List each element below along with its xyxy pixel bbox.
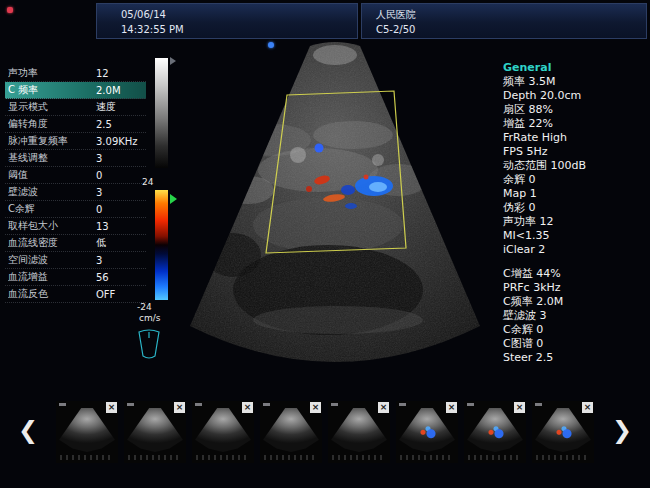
thumbnail-close-icon[interactable]: × [242,402,253,413]
header-time: 14:32:55 PM [121,22,347,37]
param-row-threshold[interactable]: 阈值 0 [5,167,146,184]
info-depth: Depth 20.0cm [503,89,649,103]
param-label: 血流反色 [8,287,96,301]
thumbnail-image [534,408,592,452]
param-row-flow-invert[interactable]: 血流反色 OFF [5,286,146,303]
info-frequency: 频率 3.5M [503,75,649,89]
info-steer: Steer 2.5 [503,351,649,365]
param-row-flow-gain[interactable]: 血流增益 56 [5,269,146,286]
info-c-persistence: C余辉 0 [503,323,649,337]
param-value: 3 [96,255,143,266]
grayscale-map-bar [155,58,168,168]
param-row-line-density[interactable]: 血流线密度 低 [5,235,146,252]
thumbnail-close-icon[interactable]: × [582,402,593,413]
param-row-baseline[interactable]: 基线调整 3 [5,150,146,167]
velocity-scale-max: 24 [142,177,153,187]
thumbnail-6[interactable]: × [396,401,458,463]
thumbnail-8[interactable]: × [532,401,594,463]
thumbnail-image [194,408,252,452]
info-c-map: C图谱 0 [503,337,649,351]
param-label: 壁滤波 [8,185,96,199]
param-label: 取样包大小 [8,219,96,233]
param-value: 13 [96,221,143,232]
thumbnail-image [58,408,116,452]
param-label: C 频率 [8,83,96,97]
thumbnail-image [262,408,320,452]
info-persistence: 余辉 0 [503,173,649,187]
info-acoustic-power: 声功率 12 [503,215,649,229]
param-row-display-mode[interactable]: 显示模式 速度 [5,99,146,116]
thumbnail-close-icon[interactable]: × [446,402,457,413]
info-c-gain: C增益 44% [503,267,649,281]
param-row-spatial-filter[interactable]: 空间滤波 3 [5,252,146,269]
param-label: 阈值 [8,168,96,182]
param-value: 0 [96,170,143,181]
doppler-color-map-bar [155,190,168,300]
info-framerate: FrRate High [503,131,649,145]
param-value: 0 [96,204,143,215]
param-label: 偏转角度 [8,117,96,131]
info-dynamic-range: 动态范围 100dB [503,159,649,173]
hospital-name: 人民医院 [376,7,636,22]
param-label: 脉冲重复频率 [8,134,96,148]
info-c-frequency: C频率 2.0M [503,295,649,309]
param-value: 56 [96,272,143,283]
param-row-steer-angle[interactable]: 偏转角度 2.5 [5,116,146,133]
param-value: 3 [96,187,143,198]
param-row-c-frequency[interactable]: C 频率 2.0M [5,82,146,99]
param-value: 低 [96,236,143,250]
param-row-c-persistence[interactable]: C余辉 0 [5,201,146,218]
velocity-scale-unit: cm/s [139,313,160,323]
param-value: 3 [96,153,143,164]
param-label: 空间滤波 [8,253,96,267]
thumbnail-2[interactable]: × [124,401,186,463]
param-value: 12 [96,68,143,79]
header-date: 05/06/14 [121,7,347,22]
thumbnail-close-icon[interactable]: × [106,402,117,413]
param-value: 2.5 [96,119,143,130]
thumbnail-image [398,408,456,452]
body-mark-icon [134,328,164,364]
info-gain: 增益 22% [503,117,649,131]
info-pseudocolor: 伪彩 0 [503,201,649,215]
info-mi: MI<1.35 [503,229,649,243]
param-value: 3.09KHz [96,136,143,147]
thumbnail-close-icon[interactable]: × [310,402,321,413]
focus-marker-arrow-icon [170,194,177,204]
thumbnail-5[interactable]: × [328,401,390,463]
velocity-scale-min: -24 [137,302,152,312]
thumbnail-image [330,408,388,452]
ultrasound-image-area[interactable] [178,40,493,396]
header-bar: 05/06/14 14:32:55 PM 人民医院 C5-2/50 [96,3,647,39]
thumbnail-3[interactable]: × [192,401,254,463]
info-iclear: iClear 2 [503,243,649,257]
param-row-prf[interactable]: 脉冲重复频率 3.09KHz [5,133,146,150]
thumbnail-close-icon[interactable]: × [174,402,185,413]
ultrasound-sector-image [178,40,493,396]
ultrasound-console-screen: 05/06/14 14:32:55 PM 人民医院 C5-2/50 声功率 12… [0,0,650,488]
param-row-wall-filter[interactable]: 壁滤波 3 [5,184,146,201]
info-wall-filter: 壁滤波 3 [503,309,649,323]
info-fps: FPS 5Hz [503,145,649,159]
thumbnail-close-icon[interactable]: × [514,402,525,413]
filmstrip-next-button[interactable]: ❯ [612,416,632,444]
info-sector: 扇区 88% [503,103,649,117]
thumbnail-7[interactable]: × [464,401,526,463]
param-label: 血流线密度 [8,236,96,250]
param-row-acoustic-power[interactable]: 声功率 12 [5,65,146,82]
param-label: 显示模式 [8,100,96,114]
param-label: 基线调整 [8,151,96,165]
filmstrip: × × × × × × × × [56,401,594,463]
param-value: 2.0M [96,85,143,96]
thumbnail-4[interactable]: × [260,401,322,463]
thumbnail-1[interactable]: × [56,401,118,463]
probe-model: C5-2/50 [376,22,636,37]
thumbnail-image [126,408,184,452]
power-indicator-dot [7,7,13,13]
param-row-packet-size[interactable]: 取样包大小 13 [5,218,146,235]
thumbnail-close-icon[interactable]: × [378,402,389,413]
param-value: OFF [96,289,143,300]
header-datetime-cell: 05/06/14 14:32:55 PM [96,3,358,39]
parameter-panel: 声功率 12 C 频率 2.0M 显示模式 速度 偏转角度 2.5 脉冲重复频率… [5,65,146,303]
filmstrip-prev-button[interactable]: ❮ [18,416,38,444]
